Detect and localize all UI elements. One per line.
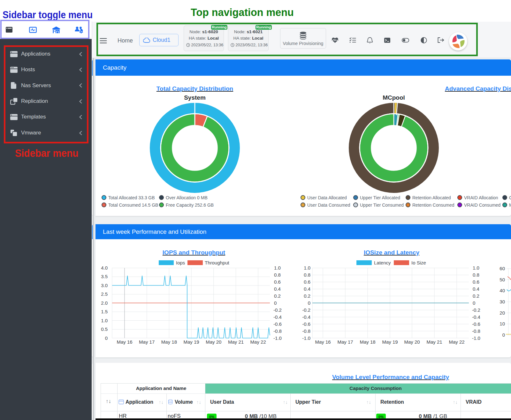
svg-text:Throughput: Throughput	[205, 260, 230, 265]
svg-text:Io Size: Io Size	[411, 260, 426, 265]
svg-text:-0.4: -0.4	[273, 314, 282, 320]
svg-text:May 19: May 19	[382, 339, 398, 345]
svg-text:-0.6: -0.6	[302, 321, 310, 327]
svg-text:0.8: 0.8	[304, 272, 310, 278]
svg-text:May 21: May 21	[228, 339, 244, 345]
svg-text:-1.0: -1.0	[472, 335, 480, 341]
svg-text:May 16: May 16	[315, 339, 331, 345]
svg-text:May 17: May 17	[337, 339, 353, 345]
svg-text:0: 0	[105, 335, 108, 341]
svg-text:-0.6: -0.6	[472, 321, 480, 327]
svg-text:1.0: 1.0	[473, 265, 479, 271]
svg-text:1.0: 1.0	[274, 265, 281, 271]
svg-text:-0.6: -0.6	[273, 321, 282, 327]
svg-text:May 18: May 18	[360, 339, 375, 345]
svg-text:Iops: Iops	[176, 260, 185, 265]
svg-text:-1.0: -1.0	[302, 335, 310, 341]
svg-text:-1.0: -1.0	[273, 335, 282, 341]
svg-text:3.0: 3.0	[101, 283, 108, 288]
svg-text:0.8: 0.8	[274, 272, 281, 278]
svg-text:0: 0	[274, 300, 277, 306]
svg-text:0.2: 0.2	[304, 293, 310, 299]
svg-text:0: 0	[308, 300, 310, 306]
svg-text:May 22: May 22	[449, 339, 464, 345]
svg-text:0.6: 0.6	[304, 279, 310, 285]
svg-text:-0.8: -0.8	[273, 328, 282, 334]
svg-text:May 20: May 20	[206, 339, 221, 345]
svg-text:20: 20	[500, 310, 505, 316]
svg-text:-0.2: -0.2	[472, 307, 480, 313]
svg-text:-0.4: -0.4	[472, 314, 480, 320]
svg-text:0.2: 0.2	[473, 293, 479, 299]
svg-text:May 22: May 22	[250, 339, 266, 345]
svg-text:-0.4: -0.4	[302, 314, 310, 320]
svg-text:-0.2: -0.2	[302, 307, 310, 313]
svg-text:0: 0	[502, 332, 505, 338]
svg-text:0.5: 0.5	[101, 326, 108, 332]
svg-text:1.0: 1.0	[101, 318, 108, 323]
svg-text:50: 50	[500, 277, 505, 282]
svg-text:May 17: May 17	[139, 339, 155, 345]
svg-text:60: 60	[500, 266, 505, 271]
svg-text:-0.8: -0.8	[472, 328, 480, 334]
svg-text:2.5: 2.5	[101, 291, 108, 297]
svg-text:-0.8: -0.8	[302, 328, 310, 334]
svg-text:2.0: 2.0	[101, 300, 108, 306]
svg-text:-0.2: -0.2	[273, 307, 282, 313]
svg-text:May 18: May 18	[161, 339, 177, 345]
svg-text:10: 10	[500, 321, 505, 326]
svg-text:1.5: 1.5	[101, 309, 108, 314]
svg-text:0.6: 0.6	[473, 279, 479, 285]
svg-text:0.4: 0.4	[473, 286, 479, 292]
svg-text:0.8: 0.8	[473, 272, 479, 278]
svg-text:30: 30	[500, 299, 505, 304]
svg-text:0.4: 0.4	[274, 286, 281, 292]
svg-text:May 19: May 19	[183, 339, 199, 345]
svg-text:0.2: 0.2	[274, 293, 281, 299]
svg-text:May 20: May 20	[404, 339, 420, 345]
svg-text:1.0: 1.0	[304, 265, 310, 271]
svg-text:0: 0	[473, 300, 475, 306]
svg-text:Latency: Latency	[374, 260, 391, 265]
svg-text:0.6: 0.6	[274, 279, 281, 285]
svg-text:0.4: 0.4	[304, 286, 310, 292]
svg-text:4.0: 4.0	[101, 265, 108, 271]
svg-text:May 21: May 21	[426, 339, 442, 345]
svg-text:May 16: May 16	[117, 339, 132, 345]
svg-text:3.5: 3.5	[101, 274, 108, 279]
svg-text:40: 40	[500, 288, 505, 293]
